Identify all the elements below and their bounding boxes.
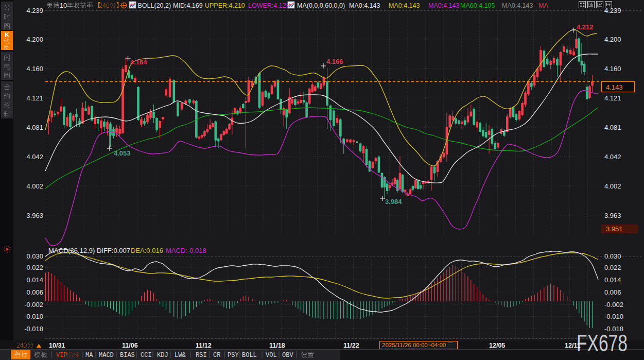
svg-text:VIP: VIP — [56, 352, 67, 359]
svg-text:4.160: 4.160 — [26, 65, 43, 73]
svg-text:0.030: 0.030 — [26, 252, 43, 260]
svg-text:3.963: 3.963 — [604, 212, 621, 219]
svg-text:FX678: FX678 — [577, 330, 628, 356]
svg-text:0.022: 0.022 — [26, 264, 43, 271]
svg-text:4.212: 4.212 — [577, 23, 594, 31]
svg-text:KDJ: KDJ — [157, 352, 168, 359]
svg-text:3.951: 3.951 — [606, 225, 623, 233]
svg-text:MACD:-0.018: MACD:-0.018 — [166, 247, 206, 254]
svg-text:MACD(26,12,9) DIFF:0.007: MACD(26,12,9) DIFF:0.007 — [48, 247, 130, 254]
svg-text:11/22: 11/22 — [343, 342, 359, 349]
svg-text:0.022: 0.022 — [604, 264, 621, 271]
svg-text:4.081: 4.081 — [604, 124, 621, 131]
svg-text:4.121: 4.121 — [26, 94, 43, 102]
svg-text:-0.018: -0.018 — [24, 325, 43, 333]
svg-text:3.984: 3.984 — [385, 198, 402, 205]
svg-text:MA60:4.105: MA60:4.105 — [460, 2, 495, 9]
svg-text:BOLL(20,2): BOLL(20,2) — [138, 2, 171, 9]
svg-text:LOWER:4.128: LOWER:4.128 — [248, 2, 290, 9]
svg-text:MA: MA — [85, 352, 93, 359]
svg-text:CR: CR — [213, 352, 220, 359]
svg-text:4.160: 4.160 — [604, 65, 621, 73]
svg-text:MA0:4.143: MA0:4.143 — [428, 2, 460, 9]
svg-text:11/18: 11/18 — [269, 342, 285, 349]
svg-text:11/12: 11/12 — [196, 342, 212, 349]
svg-text:MA: MA — [538, 2, 548, 9]
svg-text:4.200: 4.200 — [604, 36, 621, 43]
svg-text:4.002: 4.002 — [604, 182, 621, 190]
svg-text:4.042: 4.042 — [26, 153, 43, 161]
svg-text:4.002: 4.002 — [26, 182, 43, 190]
svg-text:4.121: 4.121 — [604, 94, 621, 102]
svg-text:4.081: 4.081 — [26, 124, 43, 131]
svg-text:4.200: 4.200 — [26, 36, 43, 43]
svg-text:CCI: CCI — [141, 352, 152, 359]
svg-text:0.014: 0.014 — [26, 276, 43, 284]
svg-text:OBV: OBV — [282, 352, 293, 359]
svg-text:-0.010: -0.010 — [604, 313, 623, 320]
svg-text:4.166: 4.166 — [326, 58, 343, 65]
svg-text:-0.002: -0.002 — [604, 301, 623, 308]
svg-text:4.053: 4.053 — [114, 149, 131, 157]
svg-text:4.143: 4.143 — [606, 83, 623, 91]
svg-text:0.006: 0.006 — [604, 288, 621, 296]
svg-text:LW&: LW& — [175, 352, 186, 359]
svg-text:BIAS: BIAS — [120, 352, 135, 359]
svg-text:K: K — [5, 31, 9, 39]
svg-text:4.239: 4.239 — [26, 7, 43, 14]
svg-text:0.006: 0.006 — [26, 288, 43, 296]
svg-text:MA0:4.143: MA0:4.143 — [349, 2, 380, 9]
svg-text:4.042: 4.042 — [604, 153, 621, 161]
svg-text:11/06: 11/06 — [122, 342, 138, 349]
svg-text:10/31: 10/31 — [49, 342, 65, 349]
svg-text:MA0:4.143: MA0:4.143 — [502, 2, 533, 9]
svg-text:PSY: PSY — [228, 352, 239, 359]
svg-text:MA0:4.143: MA0:4.143 — [389, 2, 420, 9]
svg-text:10: 10 — [60, 2, 67, 9]
svg-text:12/05: 12/05 — [489, 342, 505, 349]
svg-text:UPPER:4.210: UPPER:4.210 — [205, 2, 245, 9]
svg-text:3.963: 3.963 — [26, 212, 43, 219]
svg-text:DEA:0.016: DEA:0.016 — [131, 247, 163, 254]
svg-text:MA(0,0,0,60,0,0): MA(0,0,0,60,0,0) — [297, 2, 345, 9]
svg-text:MID:4.169: MID:4.169 — [173, 2, 203, 9]
svg-text:VOL: VOL — [266, 352, 277, 359]
svg-text:MACD: MACD — [99, 352, 114, 359]
svg-text:2025/11/26 00:00~04:00: 2025/11/26 00:00~04:00 — [382, 342, 446, 348]
svg-text:RSI: RSI — [196, 352, 207, 359]
svg-text:0.014: 0.014 — [604, 276, 621, 284]
svg-text:-0.002: -0.002 — [24, 301, 43, 308]
svg-text:4.164: 4.164 — [130, 58, 147, 66]
svg-text:0.030: 0.030 — [604, 252, 621, 260]
svg-text:-0.010: -0.010 — [24, 313, 43, 320]
svg-text:BOLL: BOLL — [242, 352, 257, 359]
